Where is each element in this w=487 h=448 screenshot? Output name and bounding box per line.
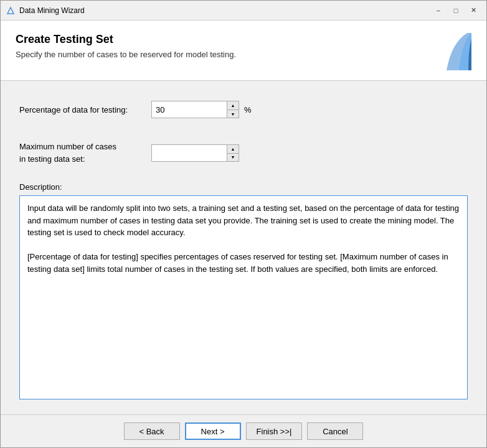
window-title: Data Mining Wizard <box>19 6 430 15</box>
percentage-label: Percentage of data for testing: <box>19 105 144 114</box>
header-logo <box>434 33 471 70</box>
title-bar: Data Mining Wizard − □ ✕ <box>1 1 486 21</box>
app-icon <box>6 6 16 16</box>
window-controls: − □ ✕ <box>430 4 481 17</box>
header-section: Create Testing Set Specify the number of… <box>1 21 486 81</box>
back-button[interactable]: < Back <box>124 422 180 440</box>
finish-button[interactable]: Finish >>| <box>246 422 303 440</box>
next-button[interactable]: Next > <box>185 422 241 440</box>
description-text-1: Input data will be randomly split into t… <box>27 203 459 237</box>
max-cases-down-button[interactable]: ▼ <box>227 153 239 161</box>
max-cases-spinner-container: ▲ ▼ <box>151 144 239 162</box>
content-area: Percentage of data for testing: ▲ ▼ % Ma… <box>1 81 486 414</box>
description-box: Input data will be randomly split into t… <box>19 195 468 399</box>
percentage-spinner-buttons: ▲ ▼ <box>227 101 239 118</box>
max-cases-label: Maximum number of cases in testing data … <box>19 141 144 165</box>
max-cases-row: Maximum number of cases in testing data … <box>19 136 468 170</box>
percentage-spinner: ▲ ▼ <box>151 101 239 118</box>
max-cases-spinner: ▲ ▼ <box>151 144 239 162</box>
page-title: Create Testing Set <box>16 33 434 46</box>
wizard-window: Data Mining Wizard − □ ✕ Create Testing … <box>0 0 487 448</box>
minimize-button[interactable]: − <box>430 4 447 17</box>
cancel-button[interactable]: Cancel <box>307 422 363 440</box>
max-cases-spinner-buttons: ▲ ▼ <box>227 145 239 161</box>
max-cases-input[interactable] <box>152 145 227 161</box>
description-label: Description: <box>19 182 468 192</box>
svg-marker-0 <box>7 7 14 14</box>
page-subtitle: Specify the number of cases to be reserv… <box>16 50 434 59</box>
percentage-down-button[interactable]: ▼ <box>227 110 239 118</box>
close-button[interactable]: ✕ <box>465 4 481 17</box>
maximize-button[interactable]: □ <box>448 4 464 17</box>
percentage-spinner-container: ▲ ▼ % <box>151 101 252 118</box>
percentage-row: Percentage of data for testing: ▲ ▼ % <box>19 96 468 123</box>
description-text-2: [Percentage of data for testing] specifi… <box>27 252 448 274</box>
percentage-up-button[interactable]: ▲ <box>227 101 239 110</box>
footer: < Back Next > Finish >>| Cancel <box>1 414 486 447</box>
description-section: Description: Input data will be randomly… <box>19 182 468 399</box>
percentage-input[interactable] <box>152 101 227 118</box>
max-cases-up-button[interactable]: ▲ <box>227 145 239 153</box>
header-text: Create Testing Set Specify the number of… <box>16 33 434 59</box>
percentage-unit: % <box>244 105 252 114</box>
